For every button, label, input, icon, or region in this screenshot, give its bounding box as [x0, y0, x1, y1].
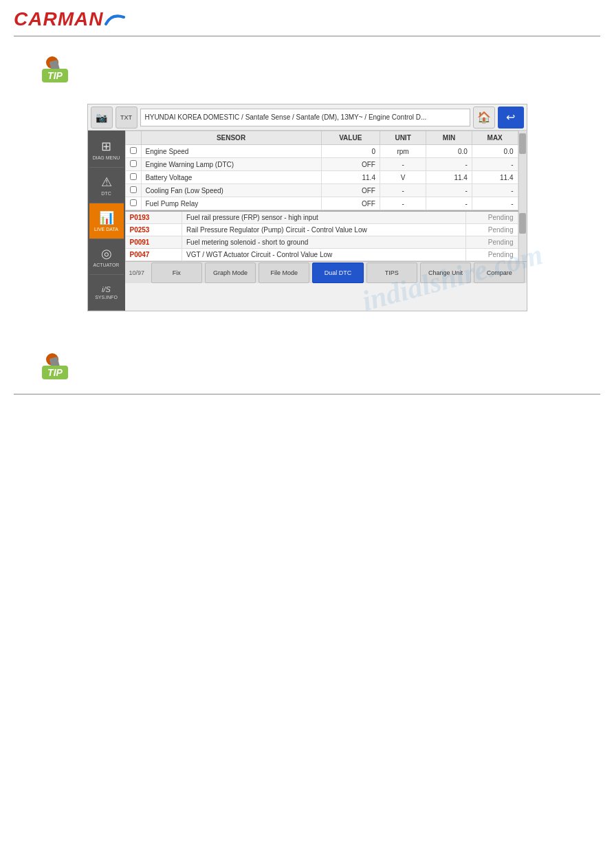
tip-section-bottom: TIP: [0, 325, 614, 387]
dtc-code-1: P0253: [125, 224, 182, 236]
sensor-max-4: -: [472, 197, 518, 210]
toolbar-btn-file-mode[interactable]: File Mode: [259, 263, 309, 283]
sidebar-item-actuator[interactable]: ◎ ACTUATOR: [89, 239, 124, 275]
sensor-min-3: -: [426, 184, 472, 197]
sensor-max-2: 11.4: [472, 171, 518, 184]
back-btn[interactable]: ↩: [498, 107, 524, 129]
toolbar-btn-fix[interactable]: Fix: [151, 263, 202, 283]
sensor-value-0: 0: [321, 145, 380, 158]
sensor-table-content: SENSOR VALUE UNIT MIN MAX Engine Speed 0…: [125, 131, 518, 210]
sc-content: SENSOR VALUE UNIT MIN MAX Engine Speed 0…: [125, 131, 527, 311]
dtc-status-1: Pending: [466, 224, 518, 236]
dtc-row-3: P0047 VGT / WGT Actuator Circuit - Contr…: [125, 249, 518, 261]
home-btn[interactable]: 🏠: [473, 107, 495, 129]
dtc-desc-2: Fuel metering solenoid - short to ground: [182, 236, 466, 249]
sidebar-item-dtc[interactable]: ⚠ DTC: [89, 168, 124, 203]
toolbar-btn-compare[interactable]: Compare: [474, 263, 525, 283]
sidebar-label-live-data: LIVE DATA: [94, 227, 118, 232]
logo: CARMAN: [14, 8, 125, 30]
sidebar-label-sys-info: SYS.INFO: [95, 295, 118, 300]
header: CARMAN: [0, 0, 614, 30]
sidebar-item-diag-menu[interactable]: ⊞ DIAG MENU: [89, 132, 124, 168]
sensor-row-1: Engine Warning Lamp (DTC) OFF - - -: [125, 158, 518, 171]
scrollbar-thumb-dtc: [519, 213, 526, 234]
tip-badge-bottom: TIP: [42, 357, 68, 368]
sensor-min-0: 0.0: [426, 145, 472, 158]
dtc-desc-1: Rail Pressure Regulator (Pump) Circuit -…: [182, 224, 466, 236]
sys-info-icon: i/S: [102, 285, 111, 293]
col-value: VALUE: [321, 131, 380, 145]
sensor-checkbox-1[interactable]: [125, 158, 141, 171]
dtc-code-3: P0047: [125, 249, 182, 261]
sensor-unit-2: V: [380, 171, 426, 184]
sensor-value-1: OFF: [321, 158, 380, 171]
sensor-max-3: -: [472, 184, 518, 197]
dtc-icon: ⚠: [101, 175, 112, 190]
sensor-row-4: Fuel Pump Relay OFF - - -: [125, 197, 518, 210]
sensor-min-4: -: [426, 197, 472, 210]
sensor-name-4: Fuel Pump Relay: [141, 197, 321, 210]
dtc-code-2: P0091: [125, 236, 182, 249]
sidebar-item-sys-info[interactable]: i/S SYS.INFO: [89, 275, 124, 311]
dtc-row-1: P0253 Rail Pressure Regulator (Pump) Cir…: [125, 224, 518, 236]
dtc-table-content: P0193 Fuel rail pressure (FRP) sensor - …: [125, 210, 518, 261]
sc-toolbar: 10/97 FixGraph ModeFile ModeDual DTCTIPS…: [125, 261, 527, 283]
breadcrumb: HYUNDAI KOREA DOMESTIC / Santafe Sense /…: [140, 109, 470, 126]
dtc-table: P0193 Fuel rail pressure (FRP) sensor - …: [125, 210, 518, 261]
col-unit: UNIT: [380, 131, 426, 145]
col-min: MIN: [426, 131, 472, 145]
sidebar-label-dtc: DTC: [101, 191, 111, 197]
sensor-checkbox-4[interactable]: [125, 197, 141, 210]
col-sensor: SENSOR: [141, 131, 321, 145]
sensor-name-3: Cooling Fan (Low Speed): [141, 184, 321, 197]
dtc-status-3: Pending: [466, 249, 518, 261]
sensor-checkbox-0[interactable]: [125, 145, 141, 158]
camera-btn[interactable]: 📷: [91, 107, 113, 129]
dtc-desc-3: VGT / WGT Actuator Circuit - Control Val…: [182, 249, 466, 261]
tip-icon-bottom: TIP: [28, 346, 83, 380]
col-max: MAX: [472, 131, 518, 145]
sensor-name-0: Engine Speed: [141, 145, 321, 158]
sensor-scrollbar[interactable]: [518, 131, 527, 210]
top-divider: [14, 36, 600, 36]
logo-swoosh: [105, 12, 125, 27]
sensor-row-3: Cooling Fan (Low Speed) OFF - - -: [125, 184, 518, 197]
sensor-unit-4: -: [380, 197, 426, 210]
sensor-name-2: Battery Voltage: [141, 171, 321, 184]
sensor-row-0: Engine Speed 0 rpm 0.0 0.0: [125, 145, 518, 158]
text-btn[interactable]: TXT: [116, 107, 138, 129]
sensor-checkbox-3[interactable]: [125, 184, 141, 197]
toolbar-btn-dual-dtc[interactable]: Dual DTC: [312, 263, 363, 283]
dtc-row-0: P0193 Fuel rail pressure (FRP) sensor - …: [125, 211, 518, 224]
sensor-row-2: Battery Voltage 11.4 V 11.4 11.4: [125, 171, 518, 184]
sensor-min-1: -: [426, 158, 472, 171]
sc-topbar: 📷 TXT HYUNDAI KOREA DOMESTIC / Santafe S…: [88, 104, 527, 131]
sensor-table-wrapper: SENSOR VALUE UNIT MIN MAX Engine Speed 0…: [125, 131, 527, 210]
sensor-max-1: -: [472, 158, 518, 171]
tip-badge-top: TIP: [42, 60, 68, 71]
toolbar-btn-tips[interactable]: TIPS: [366, 263, 417, 283]
tip-icon-top: TIP: [28, 49, 83, 83]
dtc-table-wrapper: P0193 Fuel rail pressure (FRP) sensor - …: [125, 210, 527, 261]
dtc-scrollbar[interactable]: [518, 210, 527, 261]
sidebar-item-live-data[interactable]: 📊 LIVE DATA: [89, 203, 124, 239]
sc-main: ⊞ DIAG MENU ⚠ DTC 📊 LIVE DATA ◎ ACTUATOR…: [88, 131, 527, 311]
sensor-value-2: 11.4: [321, 171, 380, 184]
sensor-checkbox-2[interactable]: [125, 171, 141, 184]
dtc-code-0: P0193: [125, 211, 182, 224]
bottom-divider: [14, 394, 600, 394]
page-number: 10/97: [125, 269, 150, 276]
sensor-min-2: 11.4: [426, 171, 472, 184]
sidebar-label-actuator: ACTUATOR: [94, 263, 120, 268]
toolbar-btn-graph-mode[interactable]: Graph Mode: [205, 263, 256, 283]
sc-sidebar: ⊞ DIAG MENU ⚠ DTC 📊 LIVE DATA ◎ ACTUATOR…: [88, 131, 125, 311]
sensor-unit-1: -: [380, 158, 426, 171]
sensor-table: SENSOR VALUE UNIT MIN MAX Engine Speed 0…: [125, 131, 518, 210]
dtc-status-2: Pending: [466, 236, 518, 249]
dtc-status-0: Pending: [466, 211, 518, 224]
actuator-icon: ◎: [101, 246, 112, 261]
dtc-row-2: P0091 Fuel metering solenoid - short to …: [125, 236, 518, 249]
toolbar-btn-change-unit[interactable]: Change Unit: [420, 263, 471, 283]
sensor-unit-0: rpm: [380, 145, 426, 158]
sensor-name-1: Engine Warning Lamp (DTC): [141, 158, 321, 171]
